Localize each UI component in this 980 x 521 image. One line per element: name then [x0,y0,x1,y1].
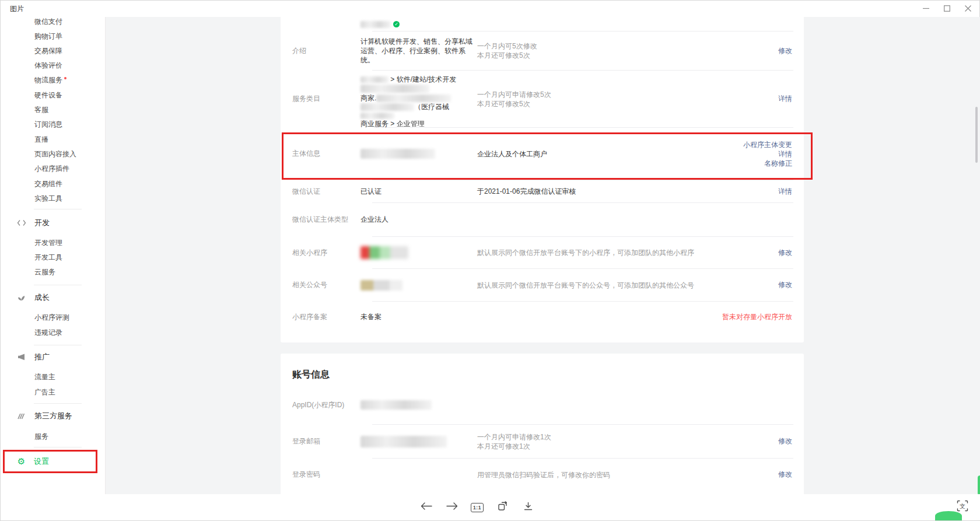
sidebar-item-dev-tools[interactable]: 开发工具 [34,251,62,263]
rotate-button[interactable] [495,500,510,515]
name-row: ✓ [281,17,804,31]
next-image-button[interactable] [444,500,460,515]
floating-widget-partial [935,511,962,520]
sidebar-section-third-party[interactable]: 第三方服务 [16,410,72,422]
related-accounts-row: 相关公众号 默认展示同个微信开放平台账号下的公众号，可添加团队的其他公众号 修改 [281,269,804,301]
name-correction-link[interactable]: 名称修正 [764,159,792,167]
minimize-icon [923,4,929,14]
scrollbar-thumb[interactable] [975,107,978,163]
sidebar-item-transaction-components[interactable]: 交易组件 [34,178,62,190]
window-title: 图片 [10,4,24,14]
intro-value: 计算机软硬件开发、销售、分享私域运营、小程序、行业案例、软件系统。 [360,37,477,65]
login-email-label: 登录邮箱 [281,436,360,446]
filing-unavailable-link[interactable]: 暂未对存量小程序开放 [722,313,792,321]
login-email-modify-link[interactable]: 修改 [778,437,792,445]
image-viewer-window: 图片 微信支付 购物订单 交易保障 体验评价 物流服务 硬件设备 客服 订阅消息… [0,0,980,521]
login-email-note: 一个月内可申请修改1次 本月还可修改1次 [477,432,778,451]
intro-row: 介绍 计算机软硬件开发、销售、分享私域运营、小程序、行业案例、软件系统。 一个月… [281,32,804,70]
login-password-label: 登录密码 [281,470,360,480]
previous-image-button[interactable] [419,500,434,515]
related-accounts-label: 相关公众号 [281,280,360,290]
svg-text:文: 文 [960,503,965,509]
service-category-details-link[interactable]: 详情 [778,95,792,103]
sidebar-item-experience-review[interactable]: 体验评价 [34,60,62,71]
related-accounts-note: 默认展示同个微信开放平台账号下的公众号，可添加团队的其他公众号 [477,281,778,290]
titlebar: 图片 [1,1,979,17]
rotate-icon [498,501,508,513]
sidebar-item-shopping-orders[interactable]: 购物订单 [34,30,62,42]
intro-label: 介绍 [281,46,360,56]
verification-date: 于2021-01-06完成微信认证审核 [477,187,778,196]
verification-details-link[interactable]: 详情 [778,187,792,195]
third-party-icon [16,411,26,421]
sidebar-item-violation-records[interactable]: 违规记录 [34,327,62,338]
download-icon [524,502,533,513]
related-miniprograms-note: 默认展示同个微信开放平台账号下的小程序，可添加团队的其他小程序 [477,248,778,257]
viewer-toolbar: 1:1 文 [1,494,980,520]
sidebar-item-wechat-pay[interactable]: 微信支付 [34,17,62,27]
appid-row: AppID(小程序ID) [281,386,804,424]
gear-icon: ⚙ [16,456,26,467]
login-password-row: 登录密码 用管理员微信扫码验证后，可修改你的密码 修改 [281,459,804,491]
appid-label: AppID(小程序ID) [281,400,360,410]
sidebar-item-page-content[interactable]: 页面内容接入 [34,148,76,160]
profile-card: ✓ 介绍 计算机软硬件开发、销售、分享私域运营、小程序、行业案例、软件系统。 一… [281,17,804,342]
sidebar-item-hardware[interactable]: 硬件设备 [34,89,62,101]
actual-size-button[interactable]: 1:1 [470,500,485,515]
sidebar-section-promotion[interactable]: 推广 [16,351,50,363]
sidebar-divider [34,209,82,209]
redacted-miniprogram-icons [360,246,408,259]
subject-change-link[interactable]: 小程序主体变更 [743,141,792,149]
related-miniprograms-row: 相关小程序 默认展示同个微信开放平台账号下的小程序，可添加团队的其他小程序 修改 [281,237,804,268]
login-password-note: 用管理员微信扫码验证后，可修改你的密码 [477,470,778,480]
sidebar-item-plugins[interactable]: 小程序插件 [34,163,69,174]
sidebar-item-services[interactable]: 服务 [34,431,48,442]
sidebar-item-traffic-owner[interactable]: 流量主 [34,371,55,383]
account-info-title: 账号信息 [281,354,804,381]
sidebar-item-live[interactable]: 直播 [34,134,48,145]
subject-type: 企业法人及个体工商户 [477,149,743,159]
related-miniprograms-modify-link[interactable]: 修改 [778,249,792,257]
minimize-button[interactable] [915,1,936,17]
wechat-verification-row: 微信认证 已认证 于2021-01-06完成微信认证审核 详情 [281,180,804,202]
redacted-email [360,436,447,447]
sidebar-item-subscription-messages[interactable]: 订阅消息 [34,118,62,130]
service-category-row: 服务类目 > 软件/建站/技术开发 商家. （医疗器械 商业服务 > 企业管理 … [281,71,804,127]
sidebar-item-transaction-guarantee[interactable]: 交易保障 [34,45,62,57]
sidebar-item-dev-management[interactable]: 开发管理 [34,237,62,249]
sidebar-item-experiment-tools[interactable]: 实验工具 [34,193,62,204]
sidebar-section-development[interactable]: 开发 [16,217,50,229]
sidebar-item-cloud-services[interactable]: 云服务 [34,266,55,278]
sidebar-section-growth[interactable]: 成长 [16,292,50,303]
login-password-modify-link[interactable]: 修改 [778,470,792,478]
close-icon [965,4,971,14]
sidebar-item-mp-evaluation[interactable]: 小程序评测 [34,312,69,323]
sidebar-item-logistics[interactable]: 物流服务 [34,74,66,86]
sidebar-item-advertiser[interactable]: 广告主 [34,386,55,398]
download-button[interactable] [520,500,536,515]
subject-details-link[interactable]: 详情 [778,150,792,158]
sidebar-item-settings[interactable]: ⚙ 设置 [16,456,49,467]
login-email-row: 登录邮箱 一个月内可申请修改1次 本月还可修改1次 修改 [281,425,804,458]
ocr-text-icon: 文 [957,500,968,514]
sidebar-item-customer-service[interactable]: 客服 [34,104,48,116]
related-miniprograms-label: 相关小程序 [281,248,360,258]
verification-label: 微信认证 [281,187,360,197]
redacted-subject-name [360,149,435,159]
actual-size-icon: 1:1 [471,503,484,512]
verified-badge-icon: ✓ [393,21,400,27]
maximize-button[interactable] [936,1,957,17]
verification-type-value: 企业法人 [360,215,477,225]
account-card: 账号信息 AppID(小程序ID) 登录邮箱 一个月内可申请修改1次 本月还可修… [281,354,804,495]
intro-modify-link[interactable]: 修改 [778,47,792,55]
floating-widget-edge [978,475,980,495]
service-category-label: 服务类目 [281,94,360,104]
image-content: 微信支付 购物订单 交易保障 体验评价 物流服务 硬件设备 客服 订阅消息 直播… [1,17,980,495]
close-button[interactable] [957,1,978,17]
sprout-icon [16,293,26,302]
related-accounts-modify-link[interactable]: 修改 [778,281,792,289]
toolbar-group: 1:1 [419,494,536,520]
subject-info-label: 主体信息 [281,149,360,159]
filing-status: 未备案 [360,312,477,322]
subject-info-row: 主体信息 企业法人及个体工商户 小程序主体变更 详情 名称修正 [281,128,804,180]
